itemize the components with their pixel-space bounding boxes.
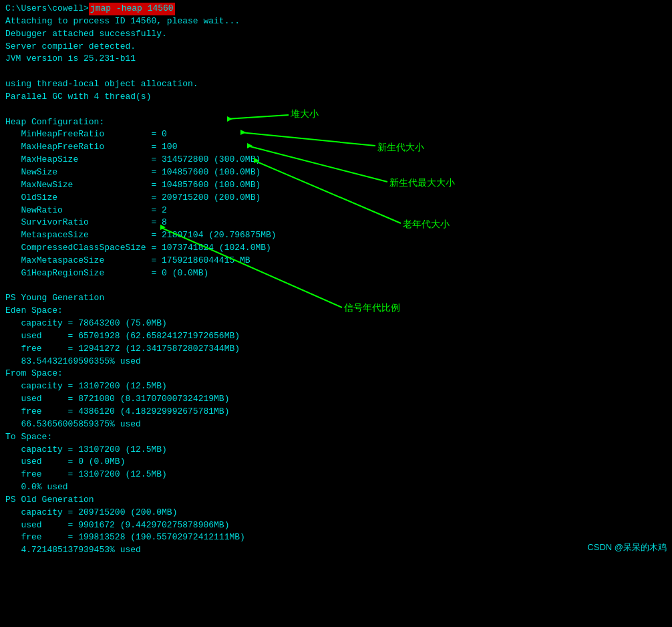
terminal-window: C:\Users\cowell>jmap -heap 14560 Attachi… (0, 0, 672, 559)
output-line-7: Parallel GC with 4 thread(s) (5, 91, 667, 104)
output-line-29: From Space: (5, 368, 667, 380)
output-line-2: Debugger attached successfully. (5, 28, 667, 41)
output-line-24: Eden Space: (5, 305, 667, 318)
output-line-31: used = 8721080 (8.317070007324219MB) (5, 393, 667, 406)
output-line-3: Server compiler detected. (5, 41, 667, 53)
output-line-35: capacity = 13107200 (12.5MB) (5, 444, 667, 457)
output-line-33: 66.53656005859375% used (5, 418, 667, 431)
output-line-23: PS Young Generation (5, 292, 667, 305)
output-line-5 (5, 66, 667, 78)
output-line-43: 4.721485137939453% used (5, 544, 667, 557)
annotation-survivor-ratio: 信号年代比例 (344, 301, 400, 314)
output-line-28: 83.54432169596355% used (5, 356, 667, 368)
annotation-young-gen: 新生代大小 (377, 140, 424, 154)
command-line: C:\Users\cowell>jmap -heap 14560 (5, 3, 667, 15)
output-line-11: MaxHeapFreeRatio = 100 (5, 141, 667, 154)
output-line-26: used = 65701928 (62.658241271972656MB) (5, 330, 667, 343)
output-line-16: NewRatio = 2 (5, 205, 667, 217)
output-line-19: CompressedClassSpaceSize = 1073741824 (1… (5, 242, 667, 255)
output-line-42: free = 199813528 (190.55702972412111MB) (5, 531, 667, 544)
output-line-22 (5, 280, 667, 293)
output-line-10: MinHeapFreeRatio = 0 (5, 128, 667, 141)
output-line-15: OldSize = 209715200 (200.0MB) (5, 192, 667, 205)
output-line-39: PS Old Generation (5, 494, 667, 507)
output-line-1: Attaching to process ID 14560, please wa… (5, 15, 667, 28)
prompt: C:\Users\cowell> (5, 3, 89, 15)
annotation-old-gen: 老年代大小 (403, 217, 450, 231)
output-line-6: using thread-local object allocation. (5, 78, 667, 91)
output-line-32: free = 4386120 (4.182929992675781MB) (5, 406, 667, 418)
output-line-41: used = 9901672 (9.442970275878906MB) (5, 519, 667, 532)
output-line-8 (5, 104, 667, 116)
annotation-heap-size: 堆大小 (291, 107, 319, 120)
output-line-36: used = 0 (0.0MB) (5, 456, 667, 469)
output-line-38: 0.0% used (5, 481, 667, 494)
output-line-20: MaxMetaspaceSize = 17592186044415 MB (5, 255, 667, 267)
command-text: jmap -heap 14560 (89, 3, 175, 15)
watermark: CSDN @呆呆的木鸡 (587, 541, 667, 554)
output-line-17: SurvivorRatio = 8 (5, 217, 667, 229)
output-line-9: Heap Configuration: (5, 116, 667, 129)
output-line-21: G1HeapRegionSize = 0 (0.0MB) (5, 267, 667, 280)
output-line-40: capacity = 209715200 (200.0MB) (5, 507, 667, 519)
annotation-young-gen-max: 新生代最大大小 (389, 176, 455, 189)
output-line-4: JVM version is 25.231-b11 (5, 53, 667, 66)
output-line-30: capacity = 13107200 (12.5MB) (5, 380, 667, 393)
output-line-37: free = 13107200 (12.5MB) (5, 469, 667, 481)
output-line-27: free = 12941272 (12.341758728027344MB) (5, 343, 667, 356)
output-line-25: capacity = 78643200 (75.0MB) (5, 318, 667, 330)
output-line-18: MetaspaceSize = 21807104 (20.796875MB) (5, 229, 667, 242)
output-line-12: MaxHeapSize = 314572800 (300.0MB) (5, 154, 667, 166)
output-line-13: NewSize = 104857600 (100.0MB) (5, 166, 667, 179)
output-line-34: To Space: (5, 431, 667, 444)
output-line-14: MaxNewSize = 104857600 (100.0MB) (5, 179, 667, 192)
